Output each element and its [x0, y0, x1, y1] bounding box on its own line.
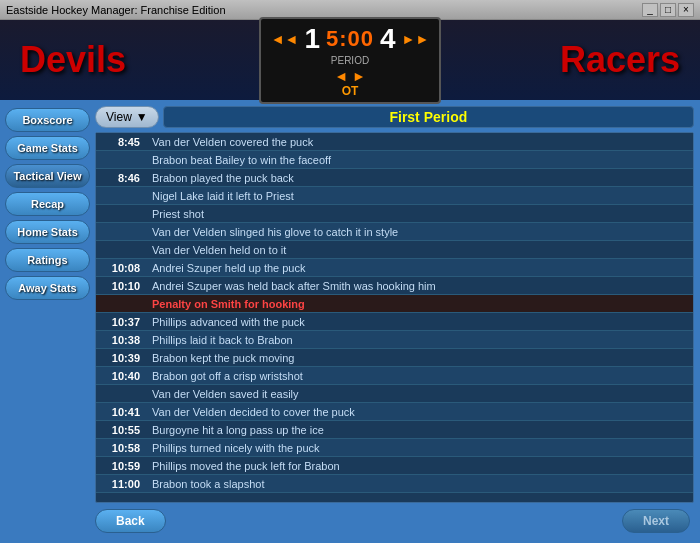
event-desc: Phillips advanced with the puck: [148, 314, 693, 330]
event-time: 10:55: [96, 424, 148, 436]
bottom-bar: Back Next: [95, 503, 694, 537]
event-row: 10:10Andrei Szuper was held back after S…: [96, 277, 693, 295]
titlebar-title: Eastside Hockey Manager: Franchise Editi…: [6, 4, 226, 16]
event-desc: Penalty on Smith for hooking: [148, 296, 693, 312]
event-time: 10:39: [96, 352, 148, 364]
event-time: 10:38: [96, 334, 148, 346]
sidebar-item-boxscore[interactable]: Boxscore: [5, 108, 90, 132]
score-right-next[interactable]: ►►: [402, 31, 430, 47]
event-desc: Phillips laid it back to Brabon: [148, 332, 693, 348]
event-row: 10:37Phillips advanced with the puck: [96, 313, 693, 331]
event-desc: Nigel Lake laid it left to Priest: [148, 188, 693, 204]
event-row: 10:38Phillips laid it back to Brabon: [96, 331, 693, 349]
score-left-prev[interactable]: ◄◄: [271, 31, 299, 47]
event-row: Priest shot: [96, 205, 693, 223]
event-desc: Priest shot: [148, 206, 693, 222]
minimize-button[interactable]: _: [642, 3, 658, 17]
event-row: 10:55Burgoyne hit a long pass up the ice: [96, 421, 693, 439]
event-desc: Burgoyne hit a long pass up the ice: [148, 422, 693, 438]
scoreboard: ◄◄ 1 5:00 4 ►► PERIOD ◄ ► OT: [259, 17, 442, 104]
events-list[interactable]: 8:45Van der Velden covered the puckBrabo…: [95, 132, 694, 503]
sidebar-item-home-stats[interactable]: Home Stats: [5, 220, 90, 244]
event-time: 10:08: [96, 262, 148, 274]
sidebar-item-recap[interactable]: Recap: [5, 192, 90, 216]
sidebar-item-ratings[interactable]: Ratings: [5, 248, 90, 272]
event-time: 10:41: [96, 406, 148, 418]
event-time: 10:10: [96, 280, 148, 292]
sidebar-item-game-stats[interactable]: Game Stats: [5, 136, 90, 160]
event-desc: Van der Velden covered the puck: [148, 134, 693, 150]
event-desc: Phillips moved the puck left for Brabon: [148, 458, 693, 474]
game-timer: 5:00: [326, 26, 374, 52]
sidebar: Boxscore Game Stats Tactical View Recap …: [0, 100, 95, 543]
period-label: PERIOD: [271, 55, 430, 66]
event-row: 8:46Brabon played the puck back: [96, 169, 693, 187]
view-dropdown[interactable]: View ▼: [95, 106, 159, 128]
period-prev[interactable]: ◄: [334, 68, 348, 84]
event-desc: Brabon got off a crisp wristshot: [148, 368, 693, 384]
next-button[interactable]: Next: [622, 509, 690, 533]
score-right: 4: [380, 23, 396, 55]
event-row: 10:41Van der Velden decided to cover the…: [96, 403, 693, 421]
period-next[interactable]: ►: [352, 68, 366, 84]
event-time: 10:58: [96, 442, 148, 454]
event-desc: Andrei Szuper held up the puck: [148, 260, 693, 276]
event-time: 10:37: [96, 316, 148, 328]
event-time: 8:46: [96, 172, 148, 184]
score-controls: ◄ ►: [271, 68, 430, 84]
team-left-name: Devils: [20, 39, 240, 81]
event-desc: Andrei Szuper was held back after Smith …: [148, 278, 693, 294]
event-row: 10:40Brabon got off a crisp wristshot: [96, 367, 693, 385]
event-time: 10:59: [96, 460, 148, 472]
event-row: 10:58Phillips turned nicely with the puc…: [96, 439, 693, 457]
event-row: Van der Velden held on to it: [96, 241, 693, 259]
event-row: Nigel Lake laid it left to Priest: [96, 187, 693, 205]
event-row: 10:08Andrei Szuper held up the puck: [96, 259, 693, 277]
event-desc: Brabon took a slapshot: [148, 476, 693, 492]
event-row: Penalty on Smith for hooking: [96, 295, 693, 313]
team-right-name: Racers: [460, 39, 680, 81]
maximize-button[interactable]: □: [660, 3, 676, 17]
event-row: 10:39Brabon kept the puck moving: [96, 349, 693, 367]
event-desc: Van der Velden saved it easily: [148, 386, 693, 402]
titlebar-buttons: _ □ ×: [642, 3, 694, 17]
event-desc: Brabon kept the puck moving: [148, 350, 693, 366]
event-row: Van der Velden saved it easily: [96, 385, 693, 403]
ot-label: OT: [271, 84, 430, 98]
event-row: Brabon beat Bailey to win the faceoff: [96, 151, 693, 169]
event-desc: Brabon beat Bailey to win the faceoff: [148, 152, 693, 168]
sidebar-item-tactical-view[interactable]: Tactical View: [5, 164, 90, 188]
view-bar: View ▼ First Period: [95, 106, 694, 128]
close-button[interactable]: ×: [678, 3, 694, 17]
content-panel: View ▼ First Period 8:45Van der Velden c…: [95, 100, 700, 543]
event-row: 8:45Van der Velden covered the puck: [96, 133, 693, 151]
event-desc: Brabon played the puck back: [148, 170, 693, 186]
event-row: 11:00Brabon took a slapshot: [96, 475, 693, 493]
event-row: Van der Velden slinged his glove to catc…: [96, 223, 693, 241]
dropdown-arrow-icon: ▼: [136, 110, 148, 124]
back-button[interactable]: Back: [95, 509, 166, 533]
header: Devils ◄◄ 1 5:00 4 ►► PERIOD ◄ ► OT Race…: [0, 20, 700, 100]
event-desc: Van der Velden held on to it: [148, 242, 693, 258]
main-area: Boxscore Game Stats Tactical View Recap …: [0, 100, 700, 543]
score-left: 1: [304, 23, 320, 55]
sidebar-item-away-stats[interactable]: Away Stats: [5, 276, 90, 300]
event-time: 8:45: [96, 136, 148, 148]
period-title: First Period: [163, 106, 694, 128]
view-dropdown-label: View: [106, 110, 132, 124]
event-desc: Van der Velden slinged his glove to catc…: [148, 224, 693, 240]
event-desc: Phillips turned nicely with the puck: [148, 440, 693, 456]
event-row: 10:59Phillips moved the puck left for Br…: [96, 457, 693, 475]
event-desc: Van der Velden decided to cover the puck: [148, 404, 693, 420]
event-time: 10:40: [96, 370, 148, 382]
event-time: 11:00: [96, 478, 148, 490]
